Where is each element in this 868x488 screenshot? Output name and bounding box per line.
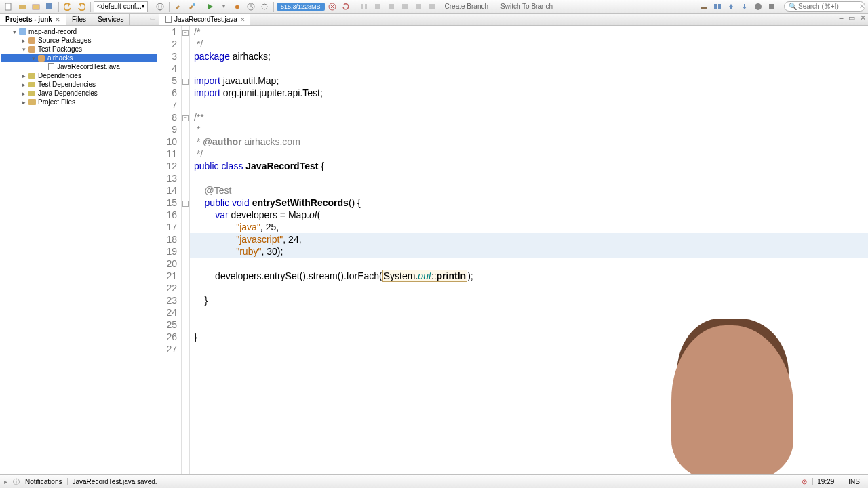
left-panel-tabs: Projects - junk✕ Files Services ▭ [0, 14, 159, 26]
svg-rect-17 [429, 4, 435, 9]
redo-icon[interactable] [75, 1, 87, 12]
git-history-icon[interactable] [752, 1, 764, 12]
open-icon[interactable] [30, 1, 42, 12]
svg-point-4 [157, 3, 163, 10]
reload-icon[interactable] [340, 1, 352, 12]
fold-toggle-icon[interactable]: − [182, 115, 189, 121]
fold-column[interactable]: −−−− [182, 26, 190, 474]
maximize-editor-icon[interactable]: ▭ [846, 14, 857, 25]
run-dropdown-icon[interactable]: ▾ [218, 1, 230, 12]
close-editor-icon[interactable]: ✕ [857, 14, 868, 25]
svg-point-6 [193, 3, 195, 6]
svg-rect-13 [375, 4, 380, 9]
save-all-icon[interactable] [43, 1, 56, 12]
clear-search-icon[interactable]: ✕ [859, 3, 865, 10]
tree-node-dependencies[interactable]: ▸Dependencies [1, 71, 157, 80]
cursor-position: 19:29 [812, 478, 838, 485]
apply-code-icon[interactable] [426, 1, 438, 12]
svg-rect-16 [416, 4, 421, 9]
step-out-icon[interactable] [399, 1, 411, 12]
fold-toggle-icon[interactable]: − [182, 30, 189, 36]
tab-files[interactable]: Files [66, 14, 92, 25]
tree-node-javarecordtest-java[interactable]: JavaRecordTest.java [1, 62, 157, 71]
switch-branch-link[interactable]: Switch To Branch [495, 3, 558, 10]
line-gutter[interactable]: 1234567891011121314151617181920212223242… [159, 26, 182, 474]
tree-node-java-dependencies[interactable]: ▸Java Dependencies [1, 89, 157, 98]
svg-point-21 [755, 3, 762, 10]
svg-rect-1 [19, 5, 26, 9]
insert-mode: INS [844, 478, 864, 485]
svg-rect-2 [33, 5, 39, 9]
minimize-panel-icon[interactable]: ▭ [147, 14, 159, 25]
svg-rect-3 [46, 3, 52, 9]
search-icon: 🔍 [789, 3, 797, 10]
tree-node-test-packages[interactable]: ▾Test Packages [1, 45, 157, 54]
tab-services[interactable]: Services [92, 14, 130, 25]
profile-icon[interactable] [245, 1, 257, 12]
editor-area: JavaRecordTest.java ✕ ‒ ▭ ✕ 123456789101… [159, 14, 868, 474]
tree-node-airhacks[interactable]: ▾airhacks [1, 54, 157, 62]
svg-point-9 [262, 4, 267, 9]
clean-build-icon[interactable] [186, 1, 198, 12]
notifications-label[interactable]: Notifications [25, 478, 62, 485]
new-file-icon[interactable] [3, 1, 15, 12]
svg-rect-12 [365, 4, 367, 9]
webcam-overlay [665, 291, 814, 474]
run-icon[interactable] [204, 1, 216, 12]
fold-toggle-icon[interactable]: − [182, 79, 189, 85]
main-toolbar: <default conf...▾ ▾ 515.3/1228MB Create … [0, 0, 868, 14]
svg-rect-14 [389, 4, 394, 9]
git-commit-icon[interactable] [698, 1, 710, 12]
close-editor-tab-icon[interactable]: ✕ [240, 16, 245, 23]
step-over-icon[interactable] [372, 1, 384, 12]
code-editor[interactable]: 1234567891011121314151617181920212223242… [159, 26, 868, 474]
svg-rect-7 [235, 5, 239, 9]
status-message: JavaRecordTest.java saved. [67, 478, 161, 485]
global-search[interactable]: 🔍 ✕ [784, 1, 865, 12]
tab-projects[interactable]: Projects - junk✕ [0, 14, 66, 25]
undo-icon[interactable] [62, 1, 74, 12]
debug-icon[interactable] [231, 1, 243, 12]
search-input[interactable] [798, 3, 859, 10]
status-bar: ▸ ⓘ Notifications JavaRecordTest.java sa… [0, 474, 868, 488]
svg-rect-20 [718, 4, 721, 9]
svg-rect-19 [714, 4, 717, 9]
projects-panel: Projects - junk✕ Files Services ▭ ▾map-a… [0, 14, 159, 474]
svg-rect-22 [769, 4, 774, 9]
globe-icon[interactable] [154, 1, 166, 12]
attach-debugger-icon[interactable] [258, 1, 271, 12]
java-file-icon [163, 16, 173, 24]
fold-toggle-icon[interactable]: − [182, 201, 189, 207]
svg-point-5 [159, 3, 161, 10]
notifications-icon[interactable]: ⓘ [13, 477, 20, 487]
new-project-icon[interactable] [16, 1, 28, 12]
project-tree[interactable]: ▾map-and-record▸Source Packages▾Test Pac… [0, 26, 159, 474]
gc-icon[interactable] [326, 1, 338, 12]
build-icon[interactable] [172, 1, 184, 12]
git-pull-icon[interactable] [738, 1, 751, 12]
svg-rect-15 [402, 4, 408, 9]
create-branch-link[interactable]: Create Branch [439, 3, 494, 10]
close-tab-icon[interactable]: ✕ [55, 16, 60, 23]
git-diff-icon[interactable] [711, 1, 724, 12]
git-push-icon[interactable] [725, 1, 737, 12]
config-combo[interactable]: <default conf...▾ [94, 1, 148, 12]
svg-rect-18 [701, 7, 707, 9]
tree-node-source-packages[interactable]: ▸Source Packages [1, 36, 157, 45]
minimize-editor-icon[interactable]: ‒ [835, 14, 846, 25]
error-indicator-icon[interactable]: ⊘ [802, 478, 807, 485]
tree-node-map-and-record[interactable]: ▾map-and-record [1, 27, 157, 36]
pause-icon[interactable] [358, 1, 370, 12]
editor-tab-javarecordtest[interactable]: JavaRecordTest.java ✕ [159, 14, 250, 25]
run-to-cursor-icon[interactable] [412, 1, 425, 12]
editor-tabs: JavaRecordTest.java ✕ ‒ ▭ ✕ [159, 14, 868, 26]
memory-indicator[interactable]: 515.3/1228MB [277, 3, 325, 11]
svg-rect-11 [361, 4, 363, 9]
expand-output-icon[interactable]: ▸ [4, 478, 7, 485]
step-into-icon[interactable] [385, 1, 397, 12]
tree-node-test-dependencies[interactable]: ▸Test Dependencies [1, 80, 157, 89]
git-revert-icon[interactable] [766, 1, 778, 12]
tree-node-project-files[interactable]: ▸Project Files [1, 98, 157, 106]
svg-rect-0 [5, 3, 11, 10]
